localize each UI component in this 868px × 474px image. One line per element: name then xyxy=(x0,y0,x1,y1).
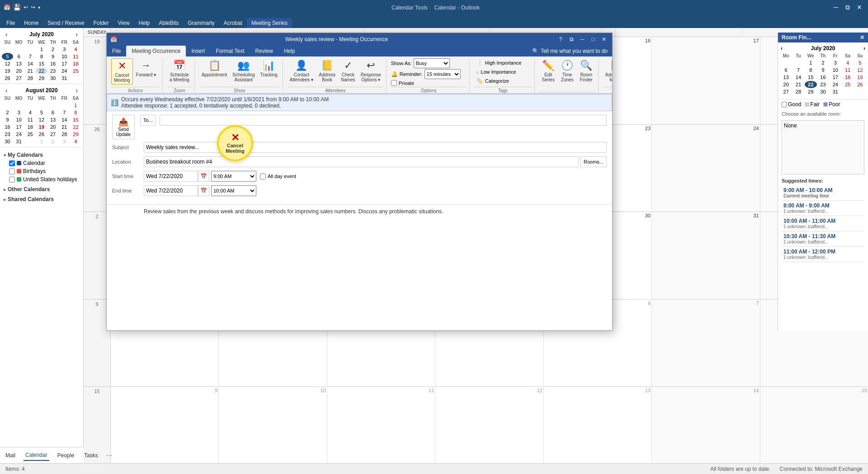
tab-meeting-review[interactable]: Review xyxy=(250,46,278,56)
expand-shared-calendars[interactable]: ▸ xyxy=(4,197,6,202)
cal-day[interactable]: 27 xyxy=(13,75,24,82)
tab-home[interactable]: Home xyxy=(19,18,43,28)
rf-prev-btn[interactable]: ‹ xyxy=(781,45,783,52)
quick-access-save[interactable]: 💾 xyxy=(13,4,21,11)
time-slot-2[interactable]: 8:00 AM - 9:00 AM 1 unknown: lcaffiend..… xyxy=(782,201,864,216)
cal-day[interactable]: 30 xyxy=(47,75,59,82)
cal-day[interactable]: 15 xyxy=(36,60,47,67)
send-update-button[interactable]: 📤 SendUpdate xyxy=(112,115,135,139)
time-slot-5[interactable]: 11:00 AM - 12:00 PM 1 unknown: lcaffiend… xyxy=(782,247,864,262)
cancel-meeting-overlay[interactable]: ✕ Cancel Meeting xyxy=(217,125,253,161)
cal-day[interactable] xyxy=(70,75,81,82)
cal-day[interactable]: 20 xyxy=(13,67,24,75)
schedule-meeting-button[interactable]: 📅 Schedulea Meeting xyxy=(167,58,192,84)
time-zones-button[interactable]: 🕐 TimeZones xyxy=(558,58,576,84)
cal-day[interactable]: 5 xyxy=(2,53,13,60)
cal-day[interactable]: 10 xyxy=(59,53,70,60)
private-checkbox[interactable] xyxy=(391,80,397,86)
cal-day[interactable]: 28 xyxy=(24,75,36,82)
next-month-btn-aug[interactable]: › xyxy=(74,87,80,94)
start-date-field[interactable] xyxy=(144,171,198,182)
meeting-body[interactable]: Review sales from the previous week and … xyxy=(107,204,612,330)
meeting-restore-btn[interactable]: ⧉ xyxy=(567,35,576,44)
start-date-picker[interactable]: 📅 xyxy=(198,171,209,182)
scheduling-assistant-button[interactable]: 👥 SchedulingAssistant xyxy=(230,58,257,84)
response-options-button[interactable]: ↩ ResponseOptions ▾ xyxy=(359,58,383,84)
expand-my-calendars[interactable]: ▾ xyxy=(4,153,6,158)
cal-day[interactable]: 4 xyxy=(70,46,81,53)
room-finder-button[interactable]: 🔍 RoomFinder xyxy=(577,58,595,84)
appointment-button[interactable]: 📋 Appointment xyxy=(199,58,229,79)
cal-day[interactable]: 22 xyxy=(36,67,47,75)
cal-cell[interactable]: 7 xyxy=(652,300,760,387)
meeting-maximize-btn[interactable]: □ xyxy=(589,35,598,44)
room-none-option[interactable]: None xyxy=(783,122,863,130)
cal-day[interactable]: 11 xyxy=(70,53,81,60)
cal-day[interactable]: 8 xyxy=(36,53,47,60)
cal-cell[interactable]: 15 xyxy=(760,387,868,474)
cal-day[interactable]: 23 xyxy=(47,67,59,75)
cancel-meeting-button[interactable]: ✕ CancelMeeting xyxy=(111,58,133,84)
tab-meeting-series[interactable]: Meeting Series xyxy=(247,18,292,28)
high-importance-btn[interactable]: ❕ High Importance xyxy=(474,58,524,67)
cal-cell[interactable]: 9 xyxy=(111,387,219,474)
calendar-item-birthdays[interactable]: Birthdays xyxy=(2,167,81,175)
cal-day[interactable]: 18 xyxy=(70,60,81,67)
cal-day[interactable]: 13 xyxy=(13,60,24,67)
tab-grammarly[interactable]: Grammarly xyxy=(183,18,219,28)
minimize-btn[interactable]: ─ xyxy=(831,2,841,12)
redo-btn[interactable]: ↪ xyxy=(31,4,35,10)
next-month-btn[interactable]: › xyxy=(74,31,80,38)
rooms-button[interactable]: Rooms... xyxy=(580,156,607,167)
cal-day[interactable]: 3 xyxy=(59,46,70,53)
time-slot-1[interactable]: 9:00 AM - 10:00 AM Current meeting time xyxy=(782,185,864,201)
nav-people[interactable]: People xyxy=(56,451,76,460)
meeting-help-icon[interactable]: ? xyxy=(556,35,565,44)
forward-button[interactable]: → Forward ▾ xyxy=(134,58,158,79)
cal-day[interactable]: 7 xyxy=(24,53,36,60)
prev-month-btn[interactable]: ‹ xyxy=(4,31,9,38)
nav-mail[interactable]: Mail xyxy=(4,451,17,460)
tab-help[interactable]: Help xyxy=(134,18,155,28)
subject-field[interactable] xyxy=(144,142,607,153)
prev-month-btn-aug[interactable]: ‹ xyxy=(4,87,9,94)
cal-day[interactable]: 26 xyxy=(2,75,13,82)
close-btn[interactable]: ✕ xyxy=(854,2,864,12)
tab-send-receive[interactable]: Send / Receive xyxy=(43,18,89,28)
categorize-btn[interactable]: 🏷️ Categorize xyxy=(474,76,511,85)
tab-file[interactable]: File xyxy=(2,18,19,28)
cal-day[interactable]: 1 xyxy=(36,46,47,53)
cal-day[interactable]: 19 xyxy=(2,67,13,75)
end-date-field[interactable] xyxy=(144,185,198,196)
rf-next-btn[interactable]: › xyxy=(863,45,865,52)
cal-day[interactable]: 2 xyxy=(47,46,59,53)
cal-day[interactable]: 17 xyxy=(59,60,70,67)
tab-acrobat[interactable]: Acrobat xyxy=(219,18,247,28)
add-zoom-button[interactable]: + Add a ZoomMeeting xyxy=(603,58,612,84)
address-book-button[interactable]: 📒 AddressBook xyxy=(316,58,338,84)
tab-meeting-insert[interactable]: Insert xyxy=(186,46,210,56)
cal-day[interactable] xyxy=(2,46,13,53)
tab-folder[interactable]: Folder xyxy=(89,18,113,28)
nav-calendar[interactable]: Calendar xyxy=(24,450,49,461)
cal-day[interactable]: 31 xyxy=(59,75,70,82)
calendar-item-holidays[interactable]: United States holidays xyxy=(2,175,81,183)
reminder-select[interactable]: 15 minutes None 5 minutes 30 minutes xyxy=(425,69,461,79)
time-slot-3[interactable]: 10:00 AM - 11:00 AM 1 unknown: lcaffiend… xyxy=(782,216,864,231)
cal-day[interactable] xyxy=(13,46,24,53)
calendar-item-calendar[interactable]: Calendar xyxy=(2,159,81,167)
end-date-picker[interactable]: 📅 xyxy=(198,185,209,196)
tracking-button[interactable]: 📊 Tracking xyxy=(258,58,280,79)
cal-day[interactable]: 21 xyxy=(24,67,36,75)
restore-btn[interactable]: ⧉ xyxy=(843,2,853,12)
expand-other-calendars[interactable]: ▸ xyxy=(4,187,6,192)
low-importance-btn[interactable]: ↓ Low Importance xyxy=(474,67,518,76)
cal-day[interactable]: 14 xyxy=(24,60,36,67)
all-day-checkbox[interactable] xyxy=(260,174,266,179)
start-time-select[interactable]: 9:00 AM xyxy=(211,171,256,182)
cal-day[interactable]: 29 xyxy=(36,75,47,82)
tab-meeting-help[interactable]: Help xyxy=(278,46,301,56)
edit-series-button[interactable]: ✏️ EditSeries xyxy=(539,58,557,84)
cal-cell[interactable]: 31 xyxy=(652,212,760,299)
cal-cell[interactable]: 10 xyxy=(219,387,327,474)
